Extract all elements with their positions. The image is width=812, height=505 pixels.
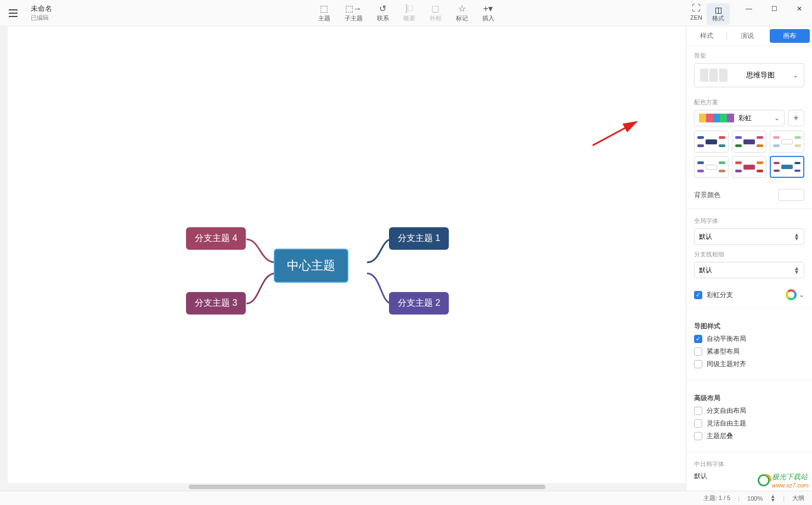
branch-topic-3[interactable]: 分支主题 3 bbox=[186, 292, 246, 315]
theme-preset-4[interactable] bbox=[694, 156, 729, 178]
branch-topic-2[interactable]: 分支主题 2 bbox=[389, 292, 449, 315]
center-topic[interactable]: 中心主题 bbox=[274, 249, 348, 283]
stepper-icon: ▲▼ bbox=[794, 266, 799, 274]
marker-button[interactable]: ☆标记 bbox=[449, 1, 475, 25]
global-font-label: 全局字体 bbox=[694, 217, 804, 225]
zen-icon: ⛶ bbox=[692, 3, 701, 13]
topic-icon: ⬚ bbox=[320, 3, 328, 13]
format-sidebar: 样式 演说 画布 骨架 思维导图 ⌄ 配色方案 彩虹 ⌄ + bbox=[686, 26, 812, 491]
chevron-down-icon: ⌄ bbox=[793, 71, 798, 79]
branch-width-label: 分支线粗细 bbox=[694, 250, 804, 259]
document-status: 已编辑 bbox=[31, 14, 52, 22]
color-scheme-select[interactable]: 彩虹 ⌄ bbox=[694, 110, 785, 126]
maximize-button[interactable]: ☐ bbox=[762, 0, 787, 18]
watermark: 极光下载站 www.xz7.com bbox=[758, 472, 809, 489]
overlap-checkbox[interactable] bbox=[694, 432, 702, 440]
theme-preset-2[interactable] bbox=[732, 131, 766, 153]
close-button[interactable]: ✕ bbox=[787, 0, 812, 18]
zen-button[interactable]: ⛶ZEN bbox=[684, 1, 709, 25]
boundary-icon: ▢ bbox=[431, 3, 439, 13]
align-same-checkbox[interactable] bbox=[694, 360, 702, 368]
outline-button[interactable]: 大纲 bbox=[792, 494, 804, 502]
canvas[interactable]: 中心主题 分支主题 1 分支主题 2 分支主题 3 分支主题 4 bbox=[8, 26, 686, 491]
skeleton-select[interactable]: 思维导图 ⌄ bbox=[694, 63, 804, 87]
auto-balance-checkbox[interactable]: ✓ bbox=[694, 335, 702, 343]
free-branch-checkbox[interactable] bbox=[694, 407, 702, 415]
theme-preset-5[interactable] bbox=[732, 156, 766, 178]
tab-pitch[interactable]: 演说 bbox=[727, 31, 767, 41]
skeleton-label: 骨架 bbox=[694, 52, 804, 60]
summary-button: ]□概要 bbox=[397, 1, 422, 25]
cjk-font-label: 中日韩字体 bbox=[694, 460, 804, 468]
zoom-level[interactable]: 100% bbox=[747, 495, 763, 502]
global-font-select[interactable]: 默认▲▼ bbox=[694, 228, 804, 245]
minimize-button[interactable]: — bbox=[736, 0, 762, 18]
zoom-stepper[interactable]: ▲▼ bbox=[770, 495, 775, 502]
topic-count: 主题: 1 / 5 bbox=[703, 494, 731, 502]
chevron-down-icon[interactable]: ⌄ bbox=[799, 291, 804, 299]
free-topic-checkbox[interactable] bbox=[694, 419, 702, 428]
bg-color-swatch[interactable] bbox=[778, 189, 804, 201]
subtopic-button[interactable]: ⬚→子主题 bbox=[338, 1, 369, 25]
rainbow-branch-checkbox[interactable]: ✓ bbox=[694, 291, 702, 299]
menu-button[interactable] bbox=[0, 0, 26, 26]
globe-icon bbox=[758, 474, 770, 486]
skeleton-icon bbox=[700, 69, 728, 82]
theme-preset-3[interactable] bbox=[770, 131, 804, 153]
theme-preset-6[interactable] bbox=[770, 156, 804, 178]
add-color-button[interactable]: + bbox=[788, 110, 804, 126]
advanced-title: 高级布局 bbox=[694, 394, 804, 403]
stepper-icon: ▲▼ bbox=[794, 233, 799, 240]
relation-icon: ↺ bbox=[379, 3, 386, 13]
tab-canvas[interactable]: 画布 bbox=[770, 29, 810, 43]
plus-icon: +▾ bbox=[483, 3, 493, 13]
tab-style[interactable]: 样式 bbox=[686, 31, 726, 41]
branch-topic-1[interactable]: 分支主题 1 bbox=[389, 227, 449, 250]
document-title: 未命名 bbox=[31, 4, 52, 14]
format-button[interactable]: ◫ 格式 bbox=[707, 3, 730, 25]
bg-color-label: 背景颜色 bbox=[694, 190, 720, 200]
rainbow-ring-icon[interactable] bbox=[786, 289, 797, 300]
branch-topic-4[interactable]: 分支主题 4 bbox=[186, 227, 246, 250]
chevron-down-icon: ⌄ bbox=[774, 114, 780, 122]
branch-width-select[interactable]: 默认▲▼ bbox=[694, 262, 804, 278]
map-style-title: 导图样式 bbox=[694, 322, 804, 331]
color-scheme-label: 配色方案 bbox=[694, 98, 804, 106]
summary-icon: ]□ bbox=[405, 3, 413, 13]
horizontal-scrollbar[interactable] bbox=[8, 483, 686, 491]
theme-preset-1[interactable] bbox=[694, 131, 729, 153]
statusbar: 主题: 1 / 5 | 100% ▲▼ | 大纲 bbox=[0, 491, 812, 505]
format-icon: ◫ bbox=[715, 5, 722, 14]
insert-button[interactable]: +▾插入 bbox=[476, 1, 501, 25]
compact-checkbox[interactable] bbox=[694, 347, 702, 356]
rainbow-swatch bbox=[699, 114, 734, 122]
relation-button[interactable]: ↺联系 bbox=[370, 1, 396, 25]
rainbow-branch-label: 彩虹分支 bbox=[707, 290, 733, 300]
vertical-scrollbar[interactable] bbox=[0, 26, 8, 491]
topic-button[interactable]: ⬚主题 bbox=[312, 1, 337, 25]
star-icon: ☆ bbox=[458, 3, 466, 13]
subtopic-icon: ⬚→ bbox=[345, 3, 362, 13]
boundary-button: ▢外框 bbox=[423, 1, 448, 25]
